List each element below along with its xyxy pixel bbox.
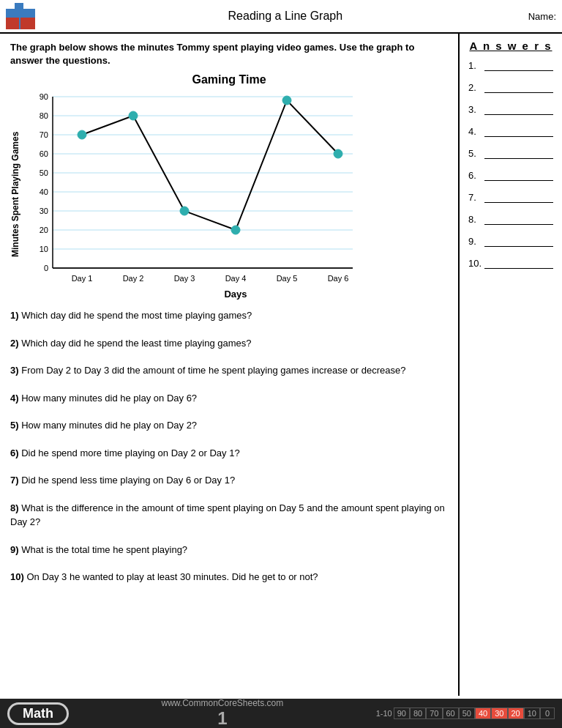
score-cells: 90 80 70 60 50 40 30 20 10 0 bbox=[394, 707, 555, 719]
answer-item-2: 2. bbox=[468, 81, 553, 93]
answer-item-10: 10. bbox=[468, 257, 553, 269]
instructions-text: The graph below shows the minutes Tommy … bbox=[10, 41, 448, 67]
answers-title: A n s w e r s bbox=[468, 40, 553, 52]
answer-blank-8 bbox=[484, 213, 553, 225]
answer-item-8: 8. bbox=[468, 213, 553, 225]
chart-section: Gaming Time Minutes Spent Playing Games bbox=[10, 73, 448, 300]
score-section: 1-10 90 80 70 60 50 40 30 20 10 0 bbox=[376, 707, 555, 719]
svg-point-37 bbox=[334, 149, 342, 158]
svg-rect-3 bbox=[20, 18, 35, 29]
svg-point-32 bbox=[78, 130, 86, 139]
svg-point-35 bbox=[231, 226, 240, 234]
page-footer: Math www.CommonCoreSheets.com 1 1-10 90 … bbox=[0, 699, 562, 728]
question-8: 8) What is the difference in the amount … bbox=[10, 501, 448, 530]
answer-blank-10 bbox=[484, 257, 553, 269]
svg-text:Day 4: Day 4 bbox=[225, 274, 247, 283]
answer-item-3: 3. bbox=[468, 103, 553, 115]
svg-text:30: 30 bbox=[40, 207, 48, 215]
answer-blank-9 bbox=[484, 235, 553, 247]
svg-point-33 bbox=[129, 111, 138, 120]
svg-text:Day 2: Day 2 bbox=[123, 274, 144, 283]
answer-item-4: 4. bbox=[468, 125, 553, 137]
svg-text:Day 1: Day 1 bbox=[72, 274, 93, 283]
svg-text:70: 70 bbox=[40, 130, 48, 139]
question-7: 7) Did he spend less time playing on Day… bbox=[10, 473, 448, 488]
answer-item-9: 9. bbox=[468, 235, 553, 247]
question-5: 5) How many minutes did he play on Day 2… bbox=[10, 418, 448, 433]
svg-text:80: 80 bbox=[40, 111, 48, 120]
footer-website: www.CommonCoreSheets.com 1 bbox=[69, 698, 376, 728]
answer-item-5: 5. bbox=[468, 147, 553, 159]
answer-blank-7 bbox=[484, 191, 553, 203]
score-cell-40: 40 bbox=[475, 707, 491, 719]
question-2: 2) Which day did he spend the least time… bbox=[10, 336, 448, 351]
answer-item-1: 1. bbox=[468, 59, 553, 71]
chart-inner: 90 80 70 60 50 40 30 20 10 0 Day 1 Day 2 bbox=[23, 89, 448, 300]
answer-blank-6 bbox=[484, 169, 553, 181]
page-number: 1 bbox=[217, 708, 227, 728]
name-label: Name: bbox=[528, 11, 556, 22]
answer-item-7: 7. bbox=[468, 191, 553, 203]
question-10: 10) On Day 3 he wanted to play at least … bbox=[10, 570, 448, 584]
score-label: 1-10 bbox=[376, 709, 392, 718]
main-layout: The graph below shows the minutes Tommy … bbox=[0, 34, 562, 696]
answer-blank-4 bbox=[484, 125, 553, 137]
svg-text:90: 90 bbox=[40, 92, 48, 101]
y-axis-label: Minutes Spent Playing Games bbox=[10, 89, 20, 300]
score-cell-90: 90 bbox=[394, 707, 410, 719]
page-title: Reading a Line Graph bbox=[42, 10, 528, 23]
chart-title: Gaming Time bbox=[10, 73, 448, 86]
math-label: Math bbox=[23, 706, 53, 721]
score-cell-80: 80 bbox=[410, 707, 426, 719]
score-cell-60: 60 bbox=[443, 707, 459, 719]
svg-text:Day 5: Day 5 bbox=[277, 274, 298, 283]
svg-text:Day 6: Day 6 bbox=[328, 274, 349, 283]
svg-point-36 bbox=[282, 96, 291, 105]
content-area: The graph below shows the minutes Tommy … bbox=[0, 34, 460, 696]
question-3: 3) From Day 2 to Day 3 did the amount of… bbox=[10, 363, 448, 378]
svg-text:50: 50 bbox=[40, 168, 48, 177]
score-cell-0: 0 bbox=[540, 707, 555, 719]
svg-point-34 bbox=[180, 207, 189, 215]
score-cell-30: 30 bbox=[491, 707, 507, 719]
answer-blank-5 bbox=[484, 147, 553, 159]
answer-blank-1 bbox=[484, 59, 553, 71]
x-axis-label: Days bbox=[23, 289, 448, 300]
math-badge: Math bbox=[7, 702, 69, 725]
question-1: 1) Which day did he spend the most time … bbox=[10, 308, 448, 323]
answer-blank-2 bbox=[484, 81, 553, 93]
svg-text:10: 10 bbox=[40, 245, 48, 253]
svg-text:Day 3: Day 3 bbox=[174, 274, 195, 283]
logo-icon bbox=[6, 3, 35, 29]
svg-text:40: 40 bbox=[40, 187, 48, 196]
answers-panel: A n s w e r s 1. 2. 3. 4. 5. 6. 7. bbox=[460, 34, 562, 696]
questions-section: 1) Which day did he spend the most time … bbox=[10, 308, 448, 584]
answer-item-6: 6. bbox=[468, 169, 553, 181]
score-cell-50: 50 bbox=[459, 707, 475, 719]
score-cell-20: 20 bbox=[508, 707, 524, 719]
score-cell-70: 70 bbox=[426, 707, 442, 719]
svg-text:0: 0 bbox=[44, 264, 48, 272]
svg-text:60: 60 bbox=[40, 149, 48, 158]
line-graph: 90 80 70 60 50 40 30 20 10 0 Day 1 Day 2 bbox=[23, 89, 367, 287]
question-9: 9) What is the total time he spent playi… bbox=[10, 543, 448, 557]
answer-blank-3 bbox=[484, 103, 553, 115]
svg-text:20: 20 bbox=[40, 226, 48, 234]
chart-container: Minutes Spent Playing Games bbox=[10, 89, 448, 300]
page-header: Reading a Line Graph Name: bbox=[0, 0, 562, 34]
score-cell-10: 10 bbox=[524, 707, 540, 719]
svg-rect-2 bbox=[6, 18, 19, 29]
question-6: 6) Did he spend more time playing on Day… bbox=[10, 446, 448, 461]
question-4: 4) How many minutes did he play on Day 6… bbox=[10, 391, 448, 406]
